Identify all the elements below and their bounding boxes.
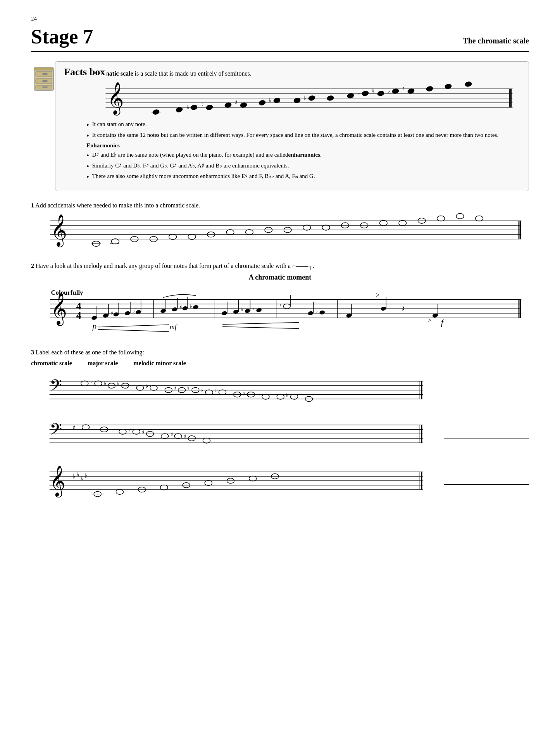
svg-point-213 xyxy=(116,489,123,494)
svg-point-219 xyxy=(249,476,257,481)
option-melodic-minor: melodic minor scale xyxy=(133,360,186,367)
facts-icon xyxy=(31,61,59,92)
svg-text:>: > xyxy=(376,291,380,299)
svg-text:♭: ♭ xyxy=(73,473,76,480)
svg-point-113 xyxy=(221,311,227,316)
svg-text:♯: ♯ xyxy=(184,433,186,439)
svg-point-173 xyxy=(277,394,284,399)
svg-point-73 xyxy=(476,216,483,221)
svg-text:♮: ♮ xyxy=(117,381,119,387)
svg-point-24 xyxy=(258,99,266,106)
svg-point-108 xyxy=(182,306,188,311)
chromatic-scale-staff: 𝄞 ♭ ♮ ♯ xyxy=(86,81,520,116)
facts-box-intro: A chromatic scale is a scale that is mad… xyxy=(86,70,520,77)
exercise-3-row-2: 𝄢 ♯ ♯ ♯ ♯ ♯ xyxy=(31,416,529,454)
svg-text:♭: ♭ xyxy=(252,306,255,311)
answer-line-2[interactable] xyxy=(444,431,529,439)
svg-point-195 xyxy=(174,433,182,439)
svg-point-65 xyxy=(322,225,330,230)
svg-point-188 xyxy=(119,429,126,434)
exercise-3: 3 Label each of these as one of the foll… xyxy=(31,349,529,502)
svg-point-54 xyxy=(112,238,119,244)
svg-text:♭: ♭ xyxy=(315,308,318,313)
svg-point-172 xyxy=(262,394,269,399)
svg-text:♯: ♯ xyxy=(111,310,113,316)
svg-text:𝄞: 𝄞 xyxy=(51,214,67,247)
svg-point-131 xyxy=(319,310,325,315)
svg-point-90 xyxy=(91,315,97,320)
exercise-3-title: 3 Label each of these as one of the foll… xyxy=(31,349,529,356)
facts-bullet-list: It can start on any note. It contains th… xyxy=(86,120,520,139)
svg-text:♭: ♭ xyxy=(388,88,390,94)
svg-point-18 xyxy=(190,104,198,111)
svg-point-33 xyxy=(361,90,369,97)
svg-point-42 xyxy=(464,81,472,88)
svg-text:♯: ♯ xyxy=(180,304,182,310)
svg-point-95 xyxy=(113,312,119,317)
facts-box-container: Facts box A chromatic scale is a scale t… xyxy=(31,61,529,191)
svg-rect-4 xyxy=(42,73,48,75)
svg-text:♭: ♭ xyxy=(133,308,135,313)
svg-text:♯: ♯ xyxy=(174,385,176,391)
svg-point-68 xyxy=(380,220,388,226)
svg-rect-6 xyxy=(42,86,48,88)
enharmonic-item-1: D♯ and E♭ are the same note (when played… xyxy=(86,150,520,159)
svg-text:♭: ♭ xyxy=(190,304,192,309)
answer-line-1[interactable] xyxy=(444,387,529,395)
svg-text:♯: ♯ xyxy=(142,429,144,435)
facts-box-label: Facts box xyxy=(62,66,107,78)
stage-title: Stage 7 xyxy=(31,25,93,48)
bullet-item-1: It can start on any note. xyxy=(86,120,520,129)
svg-text:♭: ♭ xyxy=(77,471,79,477)
svg-line-127 xyxy=(222,326,299,328)
svg-text:f: f xyxy=(441,318,445,327)
melody-title: A chromatic moment xyxy=(31,273,529,281)
svg-text:>: > xyxy=(427,316,431,324)
svg-point-40 xyxy=(426,85,434,92)
option-chromatic: chromatic scale xyxy=(31,360,72,367)
svg-point-186 xyxy=(82,425,90,430)
svg-text:𝄞: 𝄞 xyxy=(51,293,67,326)
svg-text:Colourfully: Colourfully xyxy=(51,289,83,296)
svg-text:4: 4 xyxy=(76,309,81,321)
svg-point-15 xyxy=(152,109,160,115)
svg-point-152 xyxy=(95,381,102,386)
exercise-1-title: 1 Add accidentals where needed to make t… xyxy=(31,202,529,209)
svg-point-92 xyxy=(103,313,109,318)
svg-point-168 xyxy=(219,390,226,395)
svg-point-115 xyxy=(233,309,239,314)
option-major: major scale xyxy=(88,360,118,367)
svg-text:♯: ♯ xyxy=(128,427,131,433)
svg-rect-5 xyxy=(42,80,48,82)
svg-text:♮: ♮ xyxy=(215,387,217,393)
svg-text:♮: ♮ xyxy=(202,102,203,108)
svg-text:♭: ♭ xyxy=(304,95,307,101)
svg-point-215 xyxy=(160,485,168,490)
enharmonics-bullet-list: D♯ and E♭ are the same note (when played… xyxy=(86,150,520,181)
svg-text:♯: ♯ xyxy=(90,378,93,384)
svg-text:𝄢: 𝄢 xyxy=(50,420,62,442)
svg-point-136 xyxy=(380,306,386,311)
exercise-2: 2 Have a look at this melody and mark an… xyxy=(31,262,529,338)
svg-text:♭: ♭ xyxy=(286,392,288,398)
facts-box: Facts box A chromatic scale is a scale t… xyxy=(55,61,529,191)
svg-text:♮: ♮ xyxy=(372,88,374,94)
svg-point-61 xyxy=(246,230,253,235)
svg-text:♯: ♯ xyxy=(235,100,238,105)
svg-point-69 xyxy=(399,220,407,226)
svg-text:♮: ♮ xyxy=(187,385,189,391)
enharmonics-title: Enharmonics xyxy=(86,142,520,149)
facts-box-content: A chromatic scale is a scale that is mad… xyxy=(86,70,520,181)
svg-text:♭: ♭ xyxy=(201,387,203,393)
page-number: 24 xyxy=(31,16,529,22)
enharmonic-item-2: Similarly C♯ and D♭, F♯ and G♭, G♯ and A… xyxy=(86,161,520,170)
svg-rect-7 xyxy=(34,67,53,70)
svg-point-121 xyxy=(256,307,262,313)
svg-point-150 xyxy=(81,381,88,386)
svg-text:♭: ♭ xyxy=(187,104,190,110)
svg-text:♭: ♭ xyxy=(146,383,148,389)
answer-line-3[interactable] xyxy=(444,477,529,485)
svg-point-57 xyxy=(169,234,177,239)
svg-point-157 xyxy=(136,385,144,390)
svg-line-126 xyxy=(222,322,299,324)
